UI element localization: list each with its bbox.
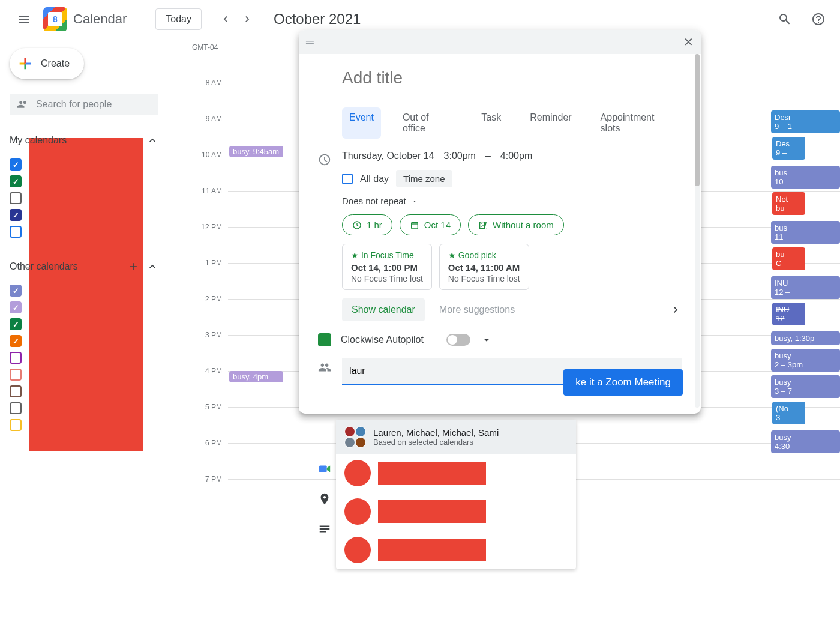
redacted-name <box>378 500 486 523</box>
main-menu-button[interactable] <box>10 5 38 34</box>
start-time[interactable]: 3:00pm <box>444 151 476 162</box>
chip-1-hr[interactable]: 1 hr <box>342 214 392 235</box>
search-people-input[interactable]: Search for people <box>10 94 158 115</box>
calendar-event[interactable]: busy, 4pm <box>229 371 283 382</box>
location-icon <box>318 492 331 506</box>
plus-icon <box>17 55 34 72</box>
zoom-meeting-button[interactable]: ke it a Zoom Meeting <box>563 369 683 396</box>
calendar-checkbox[interactable] <box>10 369 22 381</box>
avatar-cluster-icon <box>344 426 366 448</box>
calendar-event[interactable]: busy, 9:45am <box>229 146 283 157</box>
chevron-right-icon <box>241 13 253 25</box>
hour-label: 12 PM <box>192 223 222 231</box>
calendar-event[interactable]: busy, 1:30p <box>771 331 840 345</box>
suggest-person-redacted[interactable] <box>336 492 576 531</box>
event-title-input[interactable] <box>318 64 682 95</box>
close-button[interactable]: ✕ <box>683 35 694 49</box>
help-icon <box>811 12 826 26</box>
create-label: Create <box>41 58 70 69</box>
tab-task[interactable]: Task <box>474 107 508 139</box>
calendar-event[interactable]: Notbu <box>772 192 805 215</box>
drag-handle-icon[interactable]: ═ <box>306 36 314 49</box>
calendar-checkbox[interactable] <box>10 285 22 297</box>
prev-button[interactable] <box>216 10 235 29</box>
create-button[interactable]: Create <box>10 48 84 79</box>
calendar-event[interactable]: INU12 <box>772 303 805 325</box>
calendar-checkbox[interactable] <box>10 226 22 238</box>
plus-icon[interactable] <box>127 261 139 273</box>
suggest-person-redacted[interactable] <box>336 454 576 492</box>
tab-appointment-slots[interactable]: Appointment slots <box>593 107 682 139</box>
hour-label: 9 AM <box>192 115 222 123</box>
repeat-dropdown[interactable]: Does not repeat <box>342 196 682 206</box>
calendar-event[interactable]: Desi9 – 1 <box>771 110 840 133</box>
calendar-checkbox[interactable] <box>10 419 22 431</box>
modal-scrollbar[interactable] <box>695 54 700 408</box>
all-day-checkbox[interactable] <box>342 174 353 184</box>
suggest-person-redacted[interactable] <box>336 531 576 569</box>
search-button[interactable] <box>773 7 797 31</box>
event-date[interactable]: Thursday, October 14 <box>342 151 434 162</box>
redacted-avatar <box>344 498 371 525</box>
description-icon <box>318 522 331 536</box>
next-button[interactable] <box>238 10 257 29</box>
calendar-event[interactable]: bus10 <box>771 166 840 189</box>
svg-rect-1 <box>412 222 418 229</box>
help-button[interactable] <box>806 7 830 31</box>
hour-label: 5 PM <box>192 403 222 411</box>
tab-out-of-office[interactable]: Out of office <box>395 107 460 139</box>
calendar-event[interactable]: buC <box>772 247 805 270</box>
calendar-checkbox[interactable] <box>10 335 22 347</box>
app-logo: Calendar <box>43 7 127 31</box>
current-month-label: October 2021 <box>274 11 361 28</box>
tab-event[interactable]: Event <box>342 107 381 139</box>
calendar-checkbox[interactable] <box>10 301 22 313</box>
dropdown-arrow-icon <box>411 198 418 205</box>
suggest-names: Lauren, Michael, Michael, Sami <box>373 427 499 438</box>
calendar-event[interactable]: busy4:30 – <box>771 430 840 453</box>
end-time[interactable]: 4:00pm <box>500 151 532 162</box>
hour-label: 7 PM <box>192 475 222 483</box>
calendar-checkbox[interactable] <box>10 352 22 364</box>
svg-rect-2 <box>319 466 327 472</box>
chevron-right-icon <box>670 304 682 316</box>
calendar-checkbox[interactable] <box>10 385 22 397</box>
hamburger-icon <box>17 12 31 26</box>
people-icon <box>17 98 29 110</box>
chevron-up-icon <box>146 134 158 146</box>
tab-reminder[interactable]: Reminder <box>523 107 578 139</box>
calendar-checkbox[interactable] <box>10 318 22 330</box>
date-nav <box>216 10 257 29</box>
redacted-name <box>378 539 486 561</box>
more-suggestions-button[interactable]: More suggestions <box>439 304 515 315</box>
calendar-checkbox[interactable] <box>10 175 22 187</box>
timezone-button[interactable]: Time zone <box>396 170 452 187</box>
calendar-event[interactable]: INU12 – <box>771 276 840 299</box>
chip-oct-14[interactable]: Oct 14 <box>400 214 461 235</box>
chevron-left-icon <box>220 13 232 25</box>
calendar-checkbox[interactable] <box>10 192 22 204</box>
calendar-event[interactable]: Des9 – <box>772 137 805 160</box>
calendar-event[interactable]: bus11 <box>771 221 840 244</box>
autopilot-toggle[interactable] <box>446 334 470 346</box>
suggest-selected-calendars[interactable]: Lauren, Michael, Michael, Sami Based on … <box>336 420 576 454</box>
today-button[interactable]: Today <box>155 8 202 30</box>
calendar-checkbox[interactable] <box>10 402 22 414</box>
chip-without-a-room[interactable]: Without a room <box>468 214 564 235</box>
calendar-event[interactable]: busy2 – 3pm <box>771 349 840 372</box>
calendar-event[interactable]: busy3 – 7 <box>771 375 840 398</box>
clockwise-label: Clockwise Autopilot <box>341 334 437 345</box>
chevron-down-icon[interactable] <box>480 333 493 346</box>
app-name: Calendar <box>73 11 127 27</box>
event-type-tabs: EventOut of officeTaskReminderAppointmen… <box>342 107 682 139</box>
hour-label: 4 PM <box>192 367 222 375</box>
suggestion-card[interactable]: ★ In Focus TimeOct 14, 1:00 PMNo Focus T… <box>342 244 432 290</box>
search-people-placeholder: Search for people <box>36 99 112 110</box>
calendar-event[interactable]: (No3 – <box>772 402 805 424</box>
redacted-name <box>378 462 486 485</box>
calendar-checkbox[interactable] <box>10 158 22 171</box>
calendar-checkbox[interactable] <box>10 209 22 221</box>
show-calendar-button[interactable]: Show calendar <box>342 298 425 321</box>
my-calendars-section: My calendars <box>10 130 158 246</box>
suggestion-card[interactable]: ★ Good pickOct 14, 11:00 AMNo Focus Time… <box>439 244 529 290</box>
